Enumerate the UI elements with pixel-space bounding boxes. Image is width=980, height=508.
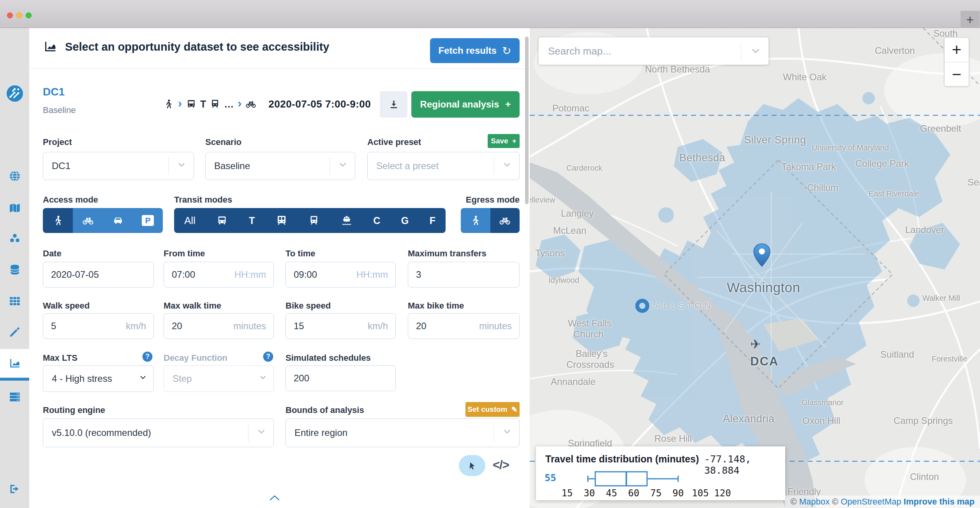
map-label: West Falls (568, 318, 612, 329)
bus-icon (186, 99, 197, 109)
sidebar-item-server[interactable] (0, 383, 29, 411)
view-json-button[interactable]: </> (493, 458, 509, 472)
sidebar-item-cubes[interactable] (0, 225, 29, 253)
transit-modes-group: AllTCGF (174, 208, 446, 233)
map-label: BALLSTON (647, 301, 713, 311)
date-input[interactable] (43, 262, 154, 288)
from-time-label: From time (164, 249, 205, 259)
server-icon (8, 390, 21, 404)
sidebar-item-globe[interactable] (0, 162, 29, 190)
bus-mode-button[interactable] (216, 208, 228, 233)
routing-engine-select[interactable]: v5.10.0 (recommended) (43, 418, 274, 447)
max-transfers-input[interactable] (408, 262, 520, 288)
map-label: Bethesda (679, 152, 725, 164)
project-name-link[interactable]: DC1 (43, 86, 65, 98)
bike-mode-button[interactable] (490, 208, 520, 233)
map-label: Annandale (551, 376, 596, 387)
walk-icon (163, 99, 174, 109)
to-time-input[interactable] (286, 262, 396, 288)
travel-time-panel: Travel time distribution (minutes) -77.1… (536, 446, 785, 500)
chevron-down-icon (502, 427, 512, 439)
car-park-mode-button[interactable]: P (133, 208, 163, 233)
map-label: Tysons (535, 248, 565, 259)
save-preset-button[interactable]: Save+ (488, 134, 520, 148)
attribution-link[interactable]: Mapbox (799, 497, 830, 507)
bike-speed-label: Bike speed (286, 301, 331, 311)
rail-t-mode-button[interactable]: T (249, 208, 255, 233)
map-icon (8, 201, 21, 215)
sidebar-item-conveyal-logo[interactable] (0, 79, 29, 108)
scenario-name-label: Baseline (43, 105, 76, 115)
minimize-window-button[interactable] (16, 12, 22, 18)
sidebar-item-pencil[interactable] (0, 318, 29, 346)
map-label: Alexandria (723, 413, 775, 425)
close-window-button[interactable] (7, 12, 13, 18)
walk-mode-button[interactable] (43, 208, 73, 233)
attribution-link[interactable]: OpenStreetMap (841, 497, 901, 507)
ferry-mode-button[interactable] (341, 208, 353, 233)
origin-marker-pin[interactable] (753, 243, 771, 269)
help-icon[interactable] (141, 351, 153, 364)
attribution-link[interactable]: Improve this map (904, 497, 975, 507)
panel-scrollbar[interactable] (525, 37, 529, 204)
map-search-box (539, 37, 768, 65)
sidebar-item-database[interactable] (0, 256, 29, 284)
preset-select[interactable]: Select a preset (367, 152, 520, 180)
set-custom-bounds-button[interactable]: Set custom✎ (465, 402, 520, 417)
map-label: Sea (968, 177, 980, 188)
map-label: Crossroads (566, 359, 614, 370)
max-lts-label: Max LTS (43, 353, 78, 363)
max-transfers-label: Maximum transfers (408, 249, 486, 259)
download-button[interactable] (380, 91, 407, 118)
bike-mode-button[interactable] (73, 208, 103, 233)
scenario-select[interactable]: Baseline (205, 152, 355, 180)
max-walk-time-input[interactable] (164, 313, 274, 339)
tram-mode-button[interactable] (308, 208, 320, 233)
sidebar-item-sign-out[interactable] (0, 475, 29, 503)
max-lts-select[interactable]: 4 - High stress (43, 365, 154, 392)
sidebar-item-help[interactable] (0, 506, 29, 508)
project-label: Project (43, 137, 72, 147)
walk-speed-input[interactable] (43, 313, 154, 339)
svg-text:75: 75 (650, 488, 662, 499)
max-bike-time-input[interactable] (408, 313, 520, 339)
from-time-input[interactable] (164, 262, 274, 288)
fetch-results-button[interactable]: Fetch results↻ (430, 38, 520, 63)
bike-icon (82, 215, 94, 226)
map-canvas[interactable]: SouthPotomacNorth BethesdaWhite OakCalve… (530, 28, 980, 508)
sidebar-item-map[interactable] (0, 194, 29, 222)
maximize-window-button[interactable] (26, 12, 32, 18)
project-select[interactable]: DC1 (43, 152, 194, 180)
metro-mode-button[interactable] (276, 208, 287, 233)
all-mode-button[interactable]: All (184, 208, 196, 233)
rail-g-mode-button[interactable]: G (401, 208, 409, 233)
bounds-select[interactable]: Entire region (286, 418, 520, 447)
svg-text:105: 105 (692, 488, 709, 499)
conveyal-logo-icon (5, 84, 24, 103)
tram-icon (210, 99, 220, 109)
map-search-input[interactable] (539, 37, 733, 65)
collapse-panel-button[interactable] (269, 495, 280, 503)
simulated-schedules-input[interactable] (286, 365, 396, 391)
svg-text:45: 45 (606, 488, 617, 499)
sidebar-item-chart-area[interactable] (0, 349, 29, 377)
new-tab-button[interactable]: + (961, 11, 980, 28)
map-label: Church (573, 329, 603, 340)
bike-speed-input[interactable] (286, 313, 396, 339)
sign-out-icon (8, 482, 21, 496)
car-mode-button[interactable] (103, 208, 133, 233)
rail-f-mode-button[interactable]: F (430, 208, 435, 233)
map-zoom-control: + − (944, 37, 969, 86)
destination-marker[interactable] (635, 299, 649, 313)
ferry-icon (341, 215, 353, 226)
help-icon[interactable] (262, 351, 274, 364)
zoom-in-button[interactable]: + (945, 38, 969, 62)
rail-c-mode-button[interactable]: C (373, 208, 380, 233)
sidebar-item-grid[interactable] (0, 287, 29, 315)
regional-analysis-button[interactable]: Regional analysis+ (411, 91, 520, 118)
walk-mode-button[interactable] (461, 208, 490, 233)
select-origin-tool-button[interactable] (459, 455, 485, 476)
map-label: Silver Spring (744, 134, 806, 146)
zoom-out-button[interactable]: − (945, 62, 969, 86)
analysis-panel: Select an opportunity dataset to see acc… (29, 28, 530, 508)
